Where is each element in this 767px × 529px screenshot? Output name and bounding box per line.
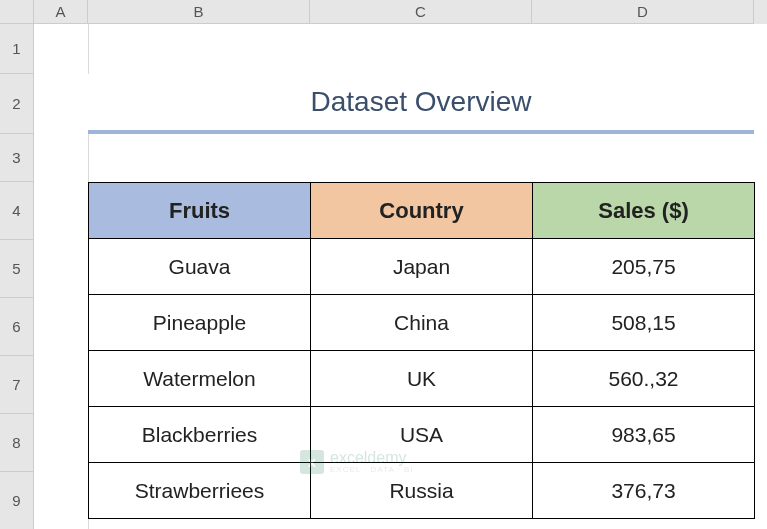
cell-country[interactable]: China bbox=[311, 295, 533, 351]
col-header-D[interactable]: D bbox=[532, 0, 754, 24]
row-header-4[interactable]: 4 bbox=[0, 182, 34, 240]
header-sales[interactable]: Sales ($) bbox=[533, 183, 755, 239]
cell-sales[interactable]: 376,73 bbox=[533, 463, 755, 519]
cell-grid[interactable]: Dataset Overview Fruits Country Sales ($… bbox=[34, 24, 754, 529]
data-table: Fruits Country Sales ($) Guava Japan 205… bbox=[88, 182, 755, 519]
title-text: Dataset Overview bbox=[311, 86, 532, 118]
col-header-A[interactable]: A bbox=[34, 0, 88, 24]
table-row: Watermelon UK 560.,32 bbox=[89, 351, 755, 407]
table-row: Guava Japan 205,75 bbox=[89, 239, 755, 295]
row-headers: 1 2 3 4 5 6 7 8 9 bbox=[0, 24, 34, 529]
row-header-6[interactable]: 6 bbox=[0, 298, 34, 356]
col-header-B[interactable]: B bbox=[88, 0, 310, 24]
cell-sales[interactable]: 205,75 bbox=[533, 239, 755, 295]
cell-fruit[interactable]: Strawberriees bbox=[89, 463, 311, 519]
row-header-1[interactable]: 1 bbox=[0, 24, 34, 74]
cell-fruit[interactable]: Blackberries bbox=[89, 407, 311, 463]
table-row: Blackberries USA 983,65 bbox=[89, 407, 755, 463]
header-fruits[interactable]: Fruits bbox=[89, 183, 311, 239]
row-header-7[interactable]: 7 bbox=[0, 356, 34, 414]
column-headers: A B C D bbox=[0, 0, 767, 24]
table-row: Pineapple China 508,15 bbox=[89, 295, 755, 351]
table-header-row: Fruits Country Sales ($) bbox=[89, 183, 755, 239]
row-header-8[interactable]: 8 bbox=[0, 414, 34, 472]
select-all-corner[interactable] bbox=[0, 0, 34, 24]
cell-country[interactable]: Russia bbox=[311, 463, 533, 519]
row-header-9[interactable]: 9 bbox=[0, 472, 34, 529]
cell-sales[interactable]: 983,65 bbox=[533, 407, 755, 463]
title-cell[interactable]: Dataset Overview bbox=[88, 74, 754, 134]
row-header-2[interactable]: 2 bbox=[0, 74, 34, 134]
cell-country[interactable]: Japan bbox=[311, 239, 533, 295]
cell-country[interactable]: UK bbox=[311, 351, 533, 407]
cell-country[interactable]: USA bbox=[311, 407, 533, 463]
table-row: Strawberriees Russia 376,73 bbox=[89, 463, 755, 519]
col-header-C[interactable]: C bbox=[310, 0, 532, 24]
spreadsheet: A B C D 1 2 3 4 5 6 7 8 9 Dataset Overvi… bbox=[0, 0, 767, 529]
row-header-3[interactable]: 3 bbox=[0, 134, 34, 182]
header-country[interactable]: Country bbox=[311, 183, 533, 239]
cell-sales[interactable]: 508,15 bbox=[533, 295, 755, 351]
cell-fruit[interactable]: Guava bbox=[89, 239, 311, 295]
cell-sales[interactable]: 560.,32 bbox=[533, 351, 755, 407]
cell-fruit[interactable]: Pineapple bbox=[89, 295, 311, 351]
row-header-5[interactable]: 5 bbox=[0, 240, 34, 298]
cell-fruit[interactable]: Watermelon bbox=[89, 351, 311, 407]
